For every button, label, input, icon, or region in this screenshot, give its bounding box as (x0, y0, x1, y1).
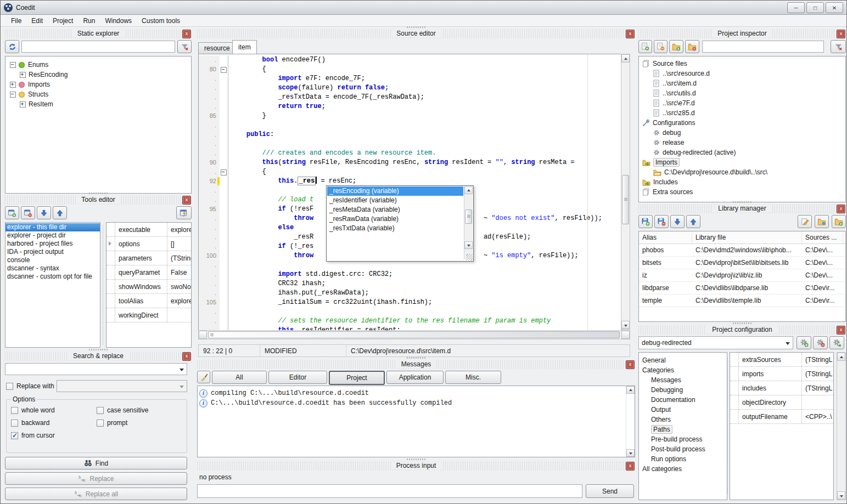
tool-list-item[interactable]: explorer - this file dir (5, 223, 100, 231)
inspector-tree-item[interactable]: ..\src\z85.d (640, 108, 844, 118)
line-number[interactable]: . (199, 316, 220, 326)
fold-gutter[interactable] (220, 288, 228, 298)
scroll-down-icon[interactable] (621, 321, 630, 329)
library-row[interactable]: izC:\Dev\dproj\iz\lib\iz.libC:\Dev\... (639, 269, 845, 282)
activate-configuration-button[interactable] (829, 336, 844, 349)
fold-gutter[interactable] (220, 65, 228, 74)
category-item[interactable]: Pre-build process (640, 434, 726, 444)
tree-item[interactable]: Imports (7, 80, 190, 89)
inspector-tree-item[interactable]: Extra sources (640, 187, 844, 197)
tool-move-down-button[interactable] (37, 206, 51, 219)
fold-gutter[interactable] (220, 93, 228, 102)
search-replace-close-icon[interactable]: x (182, 352, 191, 361)
fold-gutter[interactable] (220, 279, 228, 288)
code-text[interactable]: if (!resF (228, 205, 313, 214)
library-row[interactable]: bitsetsC:\Dev\dproj\bitSet\lib\bitsets.l… (639, 257, 845, 269)
process-input-field[interactable] (197, 484, 582, 498)
splitter-grip[interactable] (407, 26, 425, 28)
inspector-tree-item[interactable]: Configurations (640, 118, 844, 128)
replace-with-checkbox[interactable]: Replace with (6, 382, 57, 390)
property-value[interactable]: (TStringL (167, 254, 191, 262)
filter-button-misc[interactable]: Misc. (445, 371, 501, 384)
fold-gutter[interactable] (220, 195, 228, 205)
option-checkbox-case-sensitive[interactable]: case sensitive (97, 406, 182, 414)
line-number[interactable]: . (199, 149, 220, 158)
completion-item[interactable]: _resRawData (variable) (327, 214, 463, 224)
fold-gutter[interactable] (220, 102, 228, 111)
project-inspector-filter-button[interactable] (831, 40, 846, 53)
line-number[interactable]: 100 (199, 251, 220, 261)
fold-gutter[interactable] (220, 149, 228, 158)
library-row[interactable]: phobosC:\Dev\dmd2\windows\lib\phob...C:\… (639, 244, 845, 257)
column-header-alias[interactable]: Alias (639, 231, 692, 243)
code-text[interactable] (228, 307, 231, 316)
replace-all-button[interactable]: ba Replace all (5, 488, 187, 500)
expand-icon[interactable] (20, 101, 26, 107)
tool-list-item[interactable]: harbored - project files (5, 240, 100, 248)
scroll-thumb[interactable] (465, 209, 472, 224)
line-number[interactable]: . (199, 195, 220, 205)
fold-gutter[interactable] (220, 307, 228, 316)
library-remove-button[interactable] (654, 215, 669, 228)
tools-editor-close-icon[interactable]: x (182, 196, 191, 205)
library-move-up-button[interactable] (686, 215, 700, 228)
fold-gutter[interactable] (220, 242, 228, 251)
line-number[interactable]: . (199, 214, 220, 223)
maximize-button[interactable]: □ (806, 2, 824, 13)
code-text[interactable]: this(string resFile, ResEncoding resEnc,… (228, 158, 579, 167)
tool-execute-button[interactable] (176, 206, 192, 219)
property-value[interactable]: False (167, 269, 191, 276)
inspector-tree-item[interactable]: release (640, 138, 844, 148)
tool-add-button[interactable] (5, 206, 19, 219)
static-explorer-filter-button[interactable] (177, 40, 192, 53)
minimize-button[interactable]: ─ (787, 2, 805, 13)
line-number[interactable]: . (199, 93, 220, 102)
library-from-folder-button[interactable] (815, 215, 829, 228)
property-row[interactable]: workingDirect (106, 308, 191, 322)
remove-configuration-button[interactable] (813, 336, 828, 349)
line-number[interactable]: . (199, 74, 220, 83)
property-row[interactable]: includes(TStringL (730, 381, 833, 395)
fold-collapse-icon[interactable] (221, 67, 227, 73)
property-value[interactable]: (TStringL (802, 356, 833, 364)
property-value[interactable]: swoNon (167, 283, 191, 291)
fold-gutter[interactable] (220, 130, 228, 139)
property-row[interactable]: outputFilename<CPP>..\ (730, 410, 833, 424)
static-explorer-close-icon[interactable]: x (182, 30, 191, 38)
scroll-down-icon[interactable] (464, 241, 473, 249)
close-button[interactable]: ✕ (826, 2, 843, 13)
property-row[interactable]: parameters(TStringL (106, 251, 191, 265)
completion-item[interactable]: _resIdentifier (variable) (327, 196, 463, 205)
find-button[interactable]: Find (5, 457, 187, 469)
line-number[interactable]: . (199, 233, 220, 242)
scroll-left-icon[interactable] (199, 331, 207, 339)
fold-gutter[interactable] (220, 261, 228, 270)
column-header-libraryfile[interactable]: Library file (692, 231, 802, 243)
messages-close-icon[interactable]: x (626, 360, 635, 369)
category-item[interactable]: All categories (640, 464, 726, 474)
category-item[interactable]: Categories (640, 365, 726, 375)
tool-remove-button[interactable] (21, 206, 35, 219)
scroll-up-icon[interactable] (837, 353, 845, 361)
fold-gutter[interactable] (220, 158, 228, 167)
splitter-grip[interactable] (733, 322, 751, 324)
fold-collapse-icon[interactable] (221, 169, 227, 175)
fold-gutter[interactable] (220, 111, 228, 121)
library-add-folder-button[interactable] (832, 215, 846, 228)
line-number[interactable]: . (199, 270, 220, 279)
category-item[interactable]: General (640, 355, 726, 365)
code-text[interactable]: /// creates and encodes a new resource i… (228, 149, 436, 158)
tool-list-item[interactable]: console (5, 256, 100, 264)
property-row[interactable]: options[] (106, 237, 191, 251)
scroll-up-icon[interactable] (464, 186, 473, 194)
code-text[interactable]: // sets the resource identifier to the r… (228, 316, 551, 326)
line-number[interactable]: . (199, 55, 220, 65)
line-number[interactable]: 85 (199, 111, 220, 121)
property-row[interactable]: executableexplorer (106, 223, 191, 237)
property-row[interactable]: imports(TStringL (730, 367, 833, 381)
tree-item[interactable]: Structs (7, 89, 190, 99)
property-row[interactable]: extraSources(TStringL (730, 353, 833, 367)
scroll-right-icon[interactable] (621, 331, 630, 339)
inspector-tree-item[interactable]: Includes (640, 177, 844, 187)
add-file-button[interactable] (638, 40, 652, 53)
